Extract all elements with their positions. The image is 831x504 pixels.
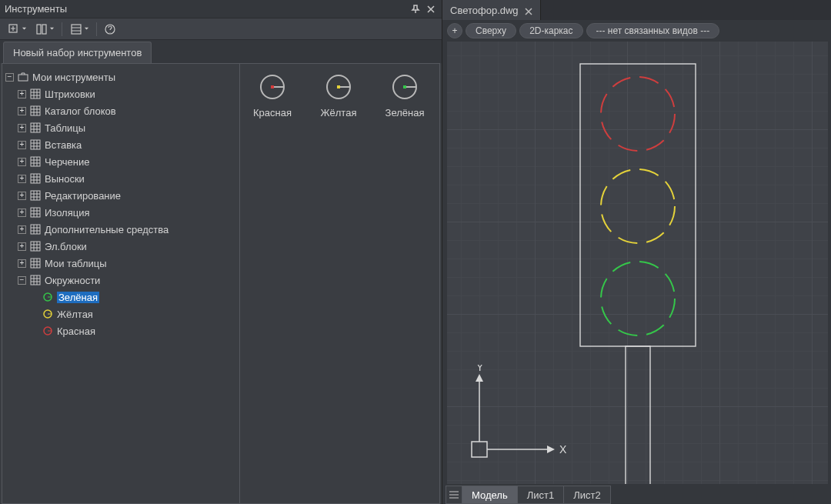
tree-item-label: Таблицы [45,122,85,134]
expand-icon[interactable] [18,107,26,115]
toolbar-palette-button[interactable] [32,21,57,38]
tree-item[interactable]: Окружности [18,272,236,289]
document-tabstrip: Светофор.dwg [442,0,831,20]
tree-item-label: Окружности [45,275,100,286]
grid-icon [29,172,42,185]
toolbar-add-button[interactable] [5,21,29,38]
tree-item[interactable]: Зелёная [30,289,236,305]
drawing-canvas[interactable]: Y X [447,42,828,484]
tree-item-label: Жёлтая [57,309,93,320]
svg-rect-15 [31,242,40,251]
tree-item-label: Эл.блоки [45,241,87,252]
svg-rect-26 [271,85,274,88]
layout-list-icon[interactable] [446,486,462,504]
expand-icon[interactable] [18,259,26,268]
document-tab-label: Светофор.dwg [450,5,519,16]
svg-rect-32 [403,85,406,88]
breadcrumb-add-button[interactable]: + [447,23,462,38]
grid-icon [29,274,42,286]
tree-item[interactable]: Дополнительные средства [18,221,236,238]
toolbar-help-button[interactable] [102,21,118,38]
tree-item[interactable]: Красная [30,322,236,339]
tree-item-label: Красная [57,325,95,337]
breadcrumb-view[interactable]: Сверху [466,23,516,38]
svg-rect-1 [37,25,41,34]
layout-tab[interactable]: Лист2 [564,486,610,504]
document-tab[interactable]: Светофор.dwg [442,0,541,20]
tree-item-label: Редактирование [45,190,121,202]
expand-icon[interactable] [18,192,26,200]
grid-icon [29,206,42,219]
gallery-item-label: Красная [245,107,300,118]
tree-item[interactable]: Редактирование [18,187,236,204]
tools-panel: Инструменты Новый набор инструментов [0,0,442,504]
circle-icon [42,308,54,320]
svg-point-35 [601,77,675,151]
tree-item[interactable]: Штриховки [18,85,236,102]
svg-rect-13 [31,208,40,217]
close-document-icon[interactable] [525,6,532,14]
tree-item[interactable]: Черчение [18,153,236,170]
tree-root[interactable]: Мои инструменты [5,68,236,85]
ucs-icon: Y X [464,365,572,467]
svg-rect-9 [31,140,40,149]
tree-item[interactable]: Вставка [18,136,236,153]
grid-icon [29,105,42,117]
breadcrumb-linked-views[interactable]: --- нет связанных видов --- [586,23,720,38]
layout-tab[interactable]: Модель [462,486,518,504]
expand-icon[interactable] [18,276,26,285]
close-panel-icon[interactable] [425,3,437,15]
toolbox-icon [17,71,29,83]
expand-icon[interactable] [18,141,26,149]
circle-tool-icon [389,72,420,102]
toolbar-separator [96,22,97,36]
tree-item[interactable]: Эл.блоки [18,238,236,255]
tools-panel-title: Инструменты [5,3,406,15]
expand-icon[interactable] [18,90,26,98]
expand-icon[interactable] [18,158,26,166]
layout-tabstrip: МодельЛист1Лист2 [442,486,831,504]
pin-icon[interactable] [409,3,422,15]
tree-root-label: Мои инструменты [32,72,115,83]
svg-rect-3 [72,25,81,34]
tree-item-label: Каталог блоков [45,105,116,117]
tree-item[interactable]: Мои таблицы [18,255,236,272]
expand-icon[interactable] [18,124,26,132]
tree-item-label: Мои таблицы [45,258,107,269]
tree-item[interactable]: Таблицы [18,119,236,136]
tree-item-label: Зелёная [57,292,99,303]
tree-item-label: Выноски [45,173,85,185]
layout-tab[interactable]: Лист1 [518,486,564,504]
tree-item-label: Дополнительные средства [45,224,169,235]
grid-icon [29,139,42,151]
toolset-tab[interactable]: Новый набор инструментов [3,42,152,63]
svg-rect-38 [472,442,487,457]
circle-tool-icon [323,72,354,102]
tree-item[interactable]: Каталог блоков [18,102,236,119]
breadcrumb-visual-style[interactable]: 2D-каркас [519,23,582,38]
tree-item-label: Вставка [45,139,82,151]
gallery-item[interactable]: Красная [245,72,300,118]
grid-icon [29,189,42,202]
tree-item[interactable]: Выноски [18,170,236,187]
expand-icon[interactable] [18,175,26,183]
tree-item[interactable]: Изоляция [18,204,236,221]
circle-icon [42,325,54,337]
circle-icon [42,291,54,303]
expand-icon[interactable] [18,242,26,251]
tree-item-label: Черчение [45,156,90,168]
expand-icon[interactable] [18,225,26,234]
gallery-item[interactable]: Жёлтая [311,72,366,118]
toolbar-view-button[interactable] [67,21,92,38]
traffic-light-drawing [572,60,703,484]
gallery-item-label: Жёлтая [311,107,366,118]
grid-icon [29,122,42,134]
expand-icon[interactable] [18,209,26,217]
tools-tree[interactable]: Мои инструменты Штриховки Каталог блоков… [2,63,240,504]
expand-icon[interactable] [5,73,14,82]
toolset-tabstrip: Новый набор инструментов [0,40,442,63]
gallery-item[interactable]: Зелёная [377,72,432,118]
tree-item[interactable]: Жёлтая [30,305,236,322]
tool-gallery: Красная Жёлтая Зелёная [240,63,440,504]
svg-rect-14 [31,225,40,234]
